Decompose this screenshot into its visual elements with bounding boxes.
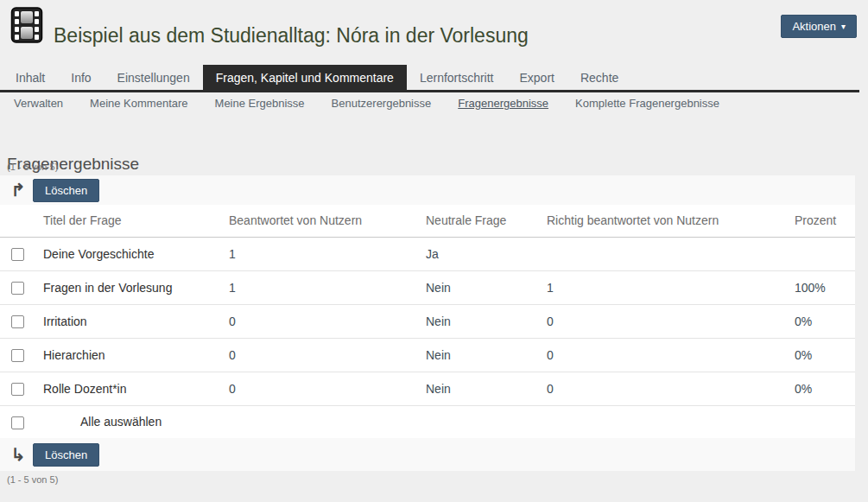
delete-button-bottom[interactable]: Löschen <box>33 443 99 467</box>
table-row: Irritation 0 Nein 0 0% <box>0 304 855 338</box>
cell-correct: 0 <box>547 304 795 338</box>
select-all-row: Alle auswählen <box>0 405 855 438</box>
caret-down-icon: ▾ <box>841 22 846 31</box>
subtab-verwalten[interactable]: Verwalten <box>14 97 63 110</box>
cell-percent: 0% <box>795 372 855 405</box>
cell-answered: 0 <box>229 372 426 405</box>
cell-neutral: Nein <box>426 372 547 405</box>
result-range-bottom: (1 - 5 von 5) <box>7 474 58 485</box>
column-header-answered: Beantwortet von Nutzern <box>229 205 426 237</box>
row-checkbox[interactable] <box>11 349 24 362</box>
column-header-correct: Richtig beantwortet von Nutzern <box>547 205 795 237</box>
tab-lernfortschritt[interactable]: Lernfortschritt <box>407 65 507 90</box>
cell-title: Deine Vorgeschichte <box>43 237 229 270</box>
cell-percent: 0% <box>795 338 855 372</box>
delete-button-top[interactable]: Löschen <box>33 179 99 202</box>
cell-neutral: Nein <box>426 270 547 304</box>
main-tab-bar: Inhalt Info Einstellungen Fragen, Kapite… <box>0 65 859 92</box>
actions-button-label: Aktionen <box>792 20 836 33</box>
cell-title: Hierarchien <box>43 338 229 372</box>
column-header-percent: Prozent <box>795 205 855 237</box>
page-header: Beispiel aus dem Studienalltag: Nóra in … <box>0 0 868 65</box>
tab-rechte[interactable]: Rechte <box>567 65 631 90</box>
arrow-down-right-icon: ↳ <box>7 446 29 463</box>
cell-title: Rolle Dozent*in <box>43 372 229 405</box>
cell-neutral: Nein <box>426 338 547 372</box>
cell-percent: 100% <box>795 270 855 304</box>
tab-einstellungen[interactable]: Einstellungen <box>105 65 203 90</box>
tab-export[interactable]: Export <box>507 65 567 90</box>
tab-inhalt[interactable]: Inhalt <box>0 65 58 90</box>
cell-answered: 0 <box>229 338 426 372</box>
table-row: Rolle Dozent*in 0 Nein 0 0% <box>0 372 855 405</box>
tab-fragen-kapitel-kommentare[interactable]: Fragen, Kapitel und Kommentare <box>203 65 407 90</box>
cell-percent <box>795 237 855 270</box>
result-range-top: (1 - 5 von 5) <box>7 162 58 172</box>
actions-button[interactable]: Aktionen ▾ <box>781 15 857 38</box>
table-header-row: Titel der Frage Beantwortet von Nutzern … <box>0 205 855 237</box>
question-results-table: Titel der Frage Beantwortet von Nutzern … <box>0 205 855 438</box>
cell-answered: 1 <box>229 237 426 270</box>
cell-correct: 0 <box>547 372 795 405</box>
subtab-meine-ergebnisse[interactable]: Meine Ergebnisse <box>215 97 305 110</box>
cell-neutral: Ja <box>426 237 547 270</box>
row-checkbox[interactable] <box>11 248 24 261</box>
cell-answered: 1 <box>229 270 426 304</box>
subtab-fragenergebnisse[interactable]: Fragenergebnisse <box>458 97 548 110</box>
column-header-title: Titel der Frage <box>43 205 229 237</box>
select-all-label: Alle auswählen <box>43 405 855 438</box>
cell-answered: 0 <box>229 304 426 338</box>
tab-info[interactable]: Info <box>58 65 104 90</box>
cell-correct: 0 <box>547 338 795 372</box>
media-cast-icon <box>10 6 43 44</box>
table-toolbar-bottom: ↳ Löschen <box>0 438 855 471</box>
arrow-up-right-icon: ↱ <box>7 181 29 199</box>
subtab-komplette-fragenergebnisse[interactable]: Komplette Fragenergebnisse <box>575 97 719 110</box>
sub-tab-bar: Verwalten Meine Kommentare Meine Ergebni… <box>0 97 868 110</box>
table-row: Hierarchien 0 Nein 0 0% <box>0 338 855 372</box>
cell-title: Fragen in der Vorlesung <box>43 270 229 304</box>
header-checkbox-spacer <box>0 205 43 237</box>
cell-correct: 1 <box>547 270 795 304</box>
cell-percent: 0% <box>795 304 855 338</box>
table-row: Fragen in der Vorlesung 1 Nein 1 100% <box>0 270 855 304</box>
subtab-meine-kommentare[interactable]: Meine Kommentare <box>90 97 187 110</box>
select-all-checkbox[interactable] <box>11 416 24 429</box>
cell-title: Irritation <box>43 304 229 338</box>
cell-neutral: Nein <box>426 304 547 338</box>
page-title: Beispiel aus dem Studienalltag: Nóra in … <box>54 24 529 48</box>
cell-correct <box>547 237 795 270</box>
table-toolbar-top: ↱ Löschen <box>0 175 855 205</box>
column-header-neutral: Neutrale Frage <box>426 205 547 237</box>
row-checkbox[interactable] <box>11 315 24 328</box>
table-row: Deine Vorgeschichte 1 Ja <box>0 237 855 270</box>
row-checkbox[interactable] <box>11 383 24 396</box>
row-checkbox[interactable] <box>11 282 24 295</box>
subtab-benutzerergebnisse[interactable]: Benutzerergebnisse <box>332 97 432 110</box>
